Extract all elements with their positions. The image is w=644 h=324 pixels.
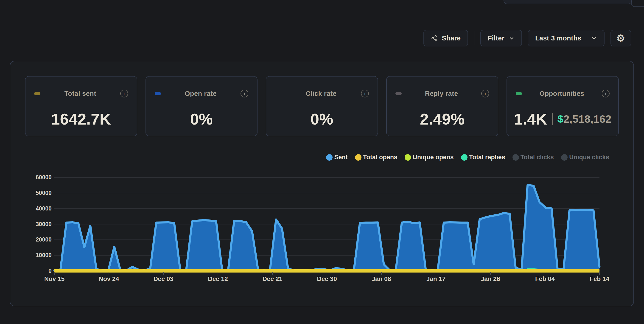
dashboard-page: { "toolbar": { "share_label": "Share", "… xyxy=(0,0,644,324)
metric-value: 1.4K $2,518,162 xyxy=(507,111,618,127)
legend-item-unique-clicks[interactable]: Unique clicks xyxy=(561,154,609,161)
analytics-panel: Total sent i 1642.7K Open rate i 0% Clic… xyxy=(10,61,634,306)
info-icon[interactable]: i xyxy=(120,90,128,97)
settings-button[interactable]: ⚙ xyxy=(610,30,631,46)
sent-area xyxy=(54,185,600,271)
metric-value-main: 1.4K xyxy=(514,110,548,128)
metric-color-dot xyxy=(516,92,522,95)
cutoff-top-element xyxy=(504,0,632,4)
legend-item-sent[interactable]: Sent xyxy=(326,154,348,161)
x-axis-label-nov-15: Nov 15 xyxy=(35,275,74,283)
legend-color-dot xyxy=(355,154,362,160)
info-icon[interactable]: i xyxy=(361,90,369,97)
metric-value: 1642.7K xyxy=(26,111,137,127)
legend-item-label: Sent xyxy=(334,154,348,161)
metric-color-dot xyxy=(155,92,161,95)
opportunity-amount: $2,518,162 xyxy=(558,113,612,125)
stat-card-reply-rate: Reply rate i 2.49% xyxy=(386,76,498,136)
x-axis-label-dec-21: Dec 21 xyxy=(253,275,292,283)
metric-value-main: 0% xyxy=(190,110,213,128)
stat-card-total-sent: Total sent i 1642.7K xyxy=(25,76,137,136)
filter-button[interactable]: Filter xyxy=(480,30,522,46)
legend-color-dot xyxy=(404,154,411,160)
y-axis-label-0: 0 xyxy=(17,267,52,274)
metric-label: Reply rate xyxy=(402,90,482,97)
cutoff-top-corner xyxy=(631,0,644,7)
stat-card-opportunities: Opportunities i 1.4K $2,518,162 xyxy=(506,76,619,136)
legend-item-unique-opens[interactable]: Unique opens xyxy=(404,154,454,161)
y-axis-label-50000: 50000 xyxy=(17,190,52,196)
x-axis-label-dec-03: Dec 03 xyxy=(144,275,183,283)
x-axis-label-jan-26: Jan 26 xyxy=(471,275,510,283)
toolbar-divider xyxy=(474,31,474,45)
metric-value-main: 0% xyxy=(310,110,333,128)
metric-label: Click rate xyxy=(281,90,361,97)
chevron-down-icon xyxy=(508,35,514,41)
stat-card-open-rate: Open rate i 0% xyxy=(146,76,258,136)
legend-item-total-clicks[interactable]: Total clicks xyxy=(512,154,554,161)
date-range-label: Last 3 months xyxy=(535,35,581,42)
legend-item-label: Unique clicks xyxy=(569,154,609,161)
metric-value: 0% xyxy=(266,111,378,127)
legend-item-total-replies[interactable]: Total replies xyxy=(461,154,505,161)
y-axis-label-20000: 20000 xyxy=(17,236,52,243)
x-axis-label-jan-17: Jan 17 xyxy=(416,275,456,283)
legend-item-total-opens[interactable]: Total opens xyxy=(355,154,398,161)
metric-color-dot xyxy=(396,92,402,95)
chart-legend: Sent Total opens Unique opens Total repl… xyxy=(326,154,609,161)
x-axis-label-feb-14: Feb 14 xyxy=(580,275,619,283)
x-axis-label-jan-08: Jan 08 xyxy=(362,275,401,283)
legend-item-label: Total replies xyxy=(469,154,505,161)
info-icon[interactable]: i xyxy=(602,90,610,97)
metric-value: 2.49% xyxy=(387,111,498,127)
metric-label: Opportunities xyxy=(522,90,602,97)
legend-item-label: Unique opens xyxy=(413,154,454,161)
metric-label: Open rate xyxy=(161,90,241,97)
filter-button-label: Filter xyxy=(488,35,504,42)
x-axis-label-dec-12: Dec 12 xyxy=(198,275,238,283)
y-axis-label-10000: 10000 xyxy=(17,252,52,258)
legend-color-dot xyxy=(461,154,468,160)
x-axis-label-feb-04: Feb 04 xyxy=(526,275,564,283)
stat-cards-row: Total sent i 1642.7K Open rate i 0% Clic… xyxy=(25,76,619,136)
x-axis-label-nov-24: Nov 24 xyxy=(90,275,128,283)
sent-line xyxy=(54,185,600,271)
currency-symbol: $ xyxy=(558,113,564,125)
stat-card-click-rate: Click rate i 0% xyxy=(266,76,378,136)
amount-text: 2,518,162 xyxy=(564,113,612,125)
y-axis-label-60000: 60000 xyxy=(17,174,52,181)
legend-color-dot xyxy=(326,154,332,160)
metric-value-main: 1642.7K xyxy=(51,110,111,128)
share-button-label: Share xyxy=(442,35,460,42)
share-icon xyxy=(431,35,438,42)
chevron-down-icon xyxy=(591,35,597,41)
y-axis-label-30000: 30000 xyxy=(17,221,52,228)
metric-value: 0% xyxy=(146,111,257,127)
info-icon[interactable]: i xyxy=(240,90,248,97)
legend-color-dot xyxy=(561,154,568,160)
gear-icon: ⚙ xyxy=(616,33,625,44)
metric-label: Total sent xyxy=(40,90,120,97)
legend-item-label: Total opens xyxy=(363,154,398,161)
metric-value-main: 2.49% xyxy=(420,110,464,128)
toolbar: Share Filter Last 3 months ⚙ xyxy=(424,30,631,46)
y-axis-label-40000: 40000 xyxy=(17,205,52,212)
share-button[interactable]: Share xyxy=(424,30,468,46)
legend-color-dot xyxy=(512,154,519,160)
x-axis-label-dec-30: Dec 30 xyxy=(308,275,346,283)
value-divider xyxy=(552,113,553,125)
legend-item-label: Total clicks xyxy=(520,154,554,161)
info-icon[interactable]: i xyxy=(481,90,489,97)
date-range-select[interactable]: Last 3 months xyxy=(528,30,604,46)
sent-area-chart xyxy=(54,171,600,281)
metric-color-dot xyxy=(34,92,40,95)
